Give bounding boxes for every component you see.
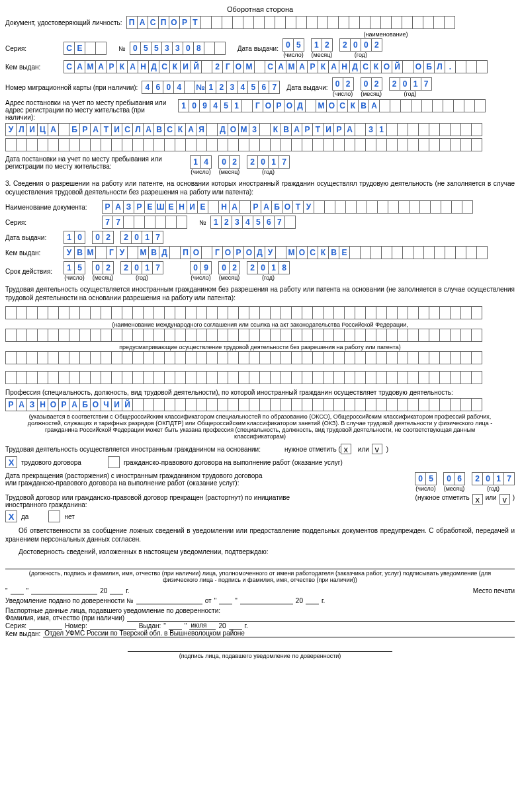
reg-year-cells[interactable]: 2017 xyxy=(247,155,290,169)
opt-labor: трудового договора xyxy=(21,459,81,466)
no-label: нет xyxy=(64,513,74,520)
permit-name-label: Наименование документа: xyxy=(5,204,98,211)
migr-year-cells[interactable]: 2017 xyxy=(389,77,432,91)
reg-month-cells[interactable]: 02 xyxy=(218,155,240,169)
migr-date-label: Дата выдачи: xyxy=(286,84,327,91)
place-stamp: Место печати xyxy=(473,587,515,594)
issue-year-cells[interactable]: 2002 xyxy=(339,38,382,52)
proxy-sig-sub: (подпись лица, подавшего уведомление по … xyxy=(128,653,392,659)
yes-label: да xyxy=(21,513,28,520)
term-year-cells[interactable]: 2017 xyxy=(472,472,515,485)
doc-type-label: Документ, удостоверяющий личность: xyxy=(5,19,122,26)
permit-year-cells[interactable]: 2017 xyxy=(120,231,163,244)
addr-label: Адрес постановки на учет по месту пребыв… xyxy=(5,99,174,121)
proxy-sig-line[interactable] xyxy=(128,644,392,652)
init-x: x xyxy=(472,494,483,505)
issued-by-label: Кем выдан: xyxy=(5,63,60,71)
sig-sub: (должность, подпись и фамилия, имя, отче… xyxy=(5,570,515,583)
proxy-num-label: Уведомление подано по доверенности № xyxy=(5,597,134,604)
permit-name-cells[interactable]: РАЗРЕШЕНИЕ НА РАБОТУ xyxy=(102,200,473,214)
addr-line1-cells[interactable]: 109451 ГОРОД МОСКВА xyxy=(178,99,486,112)
issued-by-cells[interactable]: САМАРКАНДСКИЙ 2ГОМ САМАРКАНДСКОЙ ОБЛ. xyxy=(64,60,488,73)
term-day-cells[interactable]: 05 xyxy=(415,472,437,485)
basis-line4-cells[interactable] xyxy=(5,371,482,384)
permit-num-label: № xyxy=(199,219,206,226)
permit-by-cells[interactable]: УВМ ГУ МВД ПО ГОРОДУ МОСКВЕ xyxy=(64,246,488,259)
check-yes[interactable]: Х xyxy=(5,510,17,522)
num-cells[interactable]: 0553308 xyxy=(130,42,226,55)
series-label: Серия: xyxy=(5,45,60,52)
permit-day-cells[interactable]: 10 xyxy=(64,231,85,244)
migr-day-cells[interactable]: 02 xyxy=(332,77,354,91)
init-mark: (нужное отметить xyxy=(415,494,470,501)
addr-line3-cells[interactable] xyxy=(5,138,482,151)
term-month-cells[interactable]: 06 xyxy=(443,472,465,485)
signature-line[interactable] xyxy=(5,560,515,569)
permit-series-label: Серия: xyxy=(5,219,98,226)
reg-day-cells[interactable]: 14 xyxy=(190,155,212,169)
issue-date-label: Дата выдачи: xyxy=(238,45,279,52)
page-title: Оборотная сторона xyxy=(5,5,515,13)
basis-label: Трудовая деятельность осуществляется ино… xyxy=(5,446,261,453)
permit-month-cells[interactable]: 02 xyxy=(92,231,114,244)
issue-month-cells[interactable]: 12 xyxy=(311,38,333,52)
mark-x-box: x xyxy=(341,444,351,454)
check-no[interactable] xyxy=(48,510,60,522)
migr-month-cells[interactable]: 02 xyxy=(361,77,382,91)
num-label: № xyxy=(118,45,126,52)
opt-civil: гражданско-правового договора на выполне… xyxy=(124,459,343,466)
init-v: v xyxy=(499,494,510,505)
addr-line2-cells[interactable]: УЛИЦА БРАТИСЛАВСКАЯ ДОМ3 КВАРТИРА 31 xyxy=(5,123,482,136)
permit-num-cells[interactable]: 1234567 xyxy=(210,216,296,229)
permit-by-label: Кем выдан: xyxy=(5,249,60,257)
permit-series-cells[interactable]: 77 xyxy=(102,216,187,229)
confirm-para: Достоверность сведений, изложенных в нас… xyxy=(5,548,515,556)
basis-line3-cells[interactable] xyxy=(5,351,482,364)
basis-line1-cells[interactable] xyxy=(5,306,482,319)
proxy-issued-by[interactable]: Отдел УФМС России по Тверской обл. в Выш… xyxy=(43,629,515,637)
issue-day-cells[interactable]: 05 xyxy=(282,38,304,52)
fio-label: Фамилия, имя, отчество (при наличии) xyxy=(5,614,124,622)
section-3: 3. Сведения о разрешении на работу или п… xyxy=(5,179,515,196)
prof-label: Профессия (специальность, должность, вид… xyxy=(5,388,515,397)
warn-para: Об ответственности за сообщение ложных с… xyxy=(5,526,515,544)
reg-date-label: Дата постановки на учет по месту пребыва… xyxy=(5,155,174,170)
validity-label: Срок действия: xyxy=(5,268,60,275)
basis-para: Трудовая деятельность осуществляется ино… xyxy=(5,285,515,302)
passport-proxy-label: Паспортные данные лица, подавшего уведом… xyxy=(5,607,515,614)
mark-label: нужное отметить ( xyxy=(284,446,341,453)
check-labor[interactable]: Х xyxy=(5,456,17,468)
doc-type-cells[interactable]: ПАСПОРТ xyxy=(126,16,455,29)
term-label: Дата прекращения (расторжения) с иностра… xyxy=(5,472,270,487)
init-label: Трудовой договор или гражданско-правовой… xyxy=(5,494,303,508)
migr-label: Номер миграционной карты (при наличии): xyxy=(5,84,138,91)
check-civil[interactable] xyxy=(108,456,120,468)
agree-sub1: (наименование международного соглашения … xyxy=(5,321,515,328)
prof-cells[interactable]: РАЗНОРАБОЧИЙ xyxy=(5,398,482,411)
basis-line2-cells[interactable] xyxy=(5,329,482,342)
prof-sub: (указывается в соответствии с Общероссий… xyxy=(5,413,515,440)
permit-date-label: Дата выдачи: xyxy=(5,234,60,241)
agree-sub2: предусматривающие осуществление трудовой… xyxy=(5,344,515,350)
doc-sub: (наименование) xyxy=(257,31,515,38)
migr-cells[interactable]: 4604 №1234567 xyxy=(142,81,280,94)
series-cells[interactable]: СЕ xyxy=(64,42,107,55)
mark-v-box: v xyxy=(372,444,382,454)
